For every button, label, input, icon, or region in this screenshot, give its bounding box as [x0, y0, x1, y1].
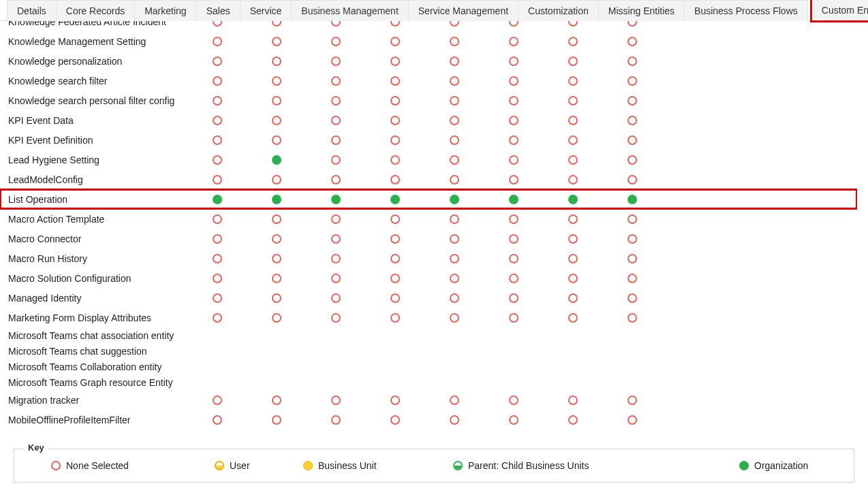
permission-none-icon[interactable]	[509, 254, 518, 263]
permission-none-icon[interactable]	[509, 274, 518, 283]
permission-cell[interactable]	[450, 395, 509, 405]
permission-cell[interactable]	[213, 56, 272, 66]
permission-cell[interactable]	[568, 195, 627, 204]
permission-cell[interactable]	[390, 56, 450, 66]
permission-cell[interactable]	[213, 135, 272, 145]
permission-none-icon[interactable]	[627, 415, 637, 425]
permission-none-icon[interactable]	[331, 76, 341, 86]
permission-cell[interactable]	[272, 234, 331, 244]
permission-cell[interactable]	[390, 155, 450, 165]
permission-filled-green-icon[interactable]	[627, 195, 637, 204]
permission-cell[interactable]	[450, 37, 509, 46]
permission-cell[interactable]	[568, 214, 627, 224]
permission-cell[interactable]	[331, 96, 390, 106]
permission-none-icon[interactable]	[390, 155, 400, 165]
permission-cell[interactable]	[213, 155, 272, 165]
permission-none-icon[interactable]	[509, 175, 518, 184]
permission-none-icon[interactable]	[331, 37, 341, 46]
permission-none-icon[interactable]	[272, 214, 281, 224]
permission-cell[interactable]	[390, 21, 450, 27]
permission-cell[interactable]	[390, 195, 450, 204]
permission-none-icon[interactable]	[568, 155, 578, 165]
permission-cell[interactable]	[627, 116, 687, 125]
permission-none-icon[interactable]	[509, 135, 518, 145]
permission-cell[interactable]	[450, 293, 509, 303]
permission-cell[interactable]	[627, 175, 687, 184]
permission-none-icon[interactable]	[450, 234, 459, 244]
permission-filled-green-icon[interactable]	[568, 195, 578, 204]
permission-none-icon[interactable]	[509, 56, 518, 66]
permission-none-icon[interactable]	[390, 313, 400, 323]
permission-none-icon[interactable]	[390, 293, 400, 303]
permission-cell[interactable]	[272, 415, 331, 425]
permission-none-icon[interactable]	[390, 415, 400, 425]
permission-none-icon[interactable]	[509, 37, 518, 46]
permission-cell[interactable]	[272, 195, 331, 204]
permission-cell[interactable]	[627, 21, 687, 27]
permission-cell[interactable]	[627, 195, 687, 204]
permission-none-icon[interactable]	[213, 76, 222, 86]
permission-none-icon[interactable]	[568, 214, 578, 224]
permission-none-icon[interactable]	[390, 274, 400, 283]
tab-business-management[interactable]: Business Management	[291, 0, 408, 21]
permission-cell[interactable]	[627, 293, 687, 303]
permission-none-icon[interactable]	[509, 293, 518, 303]
permission-cell[interactable]	[450, 274, 509, 283]
permission-cell[interactable]	[568, 37, 627, 46]
permission-none-icon[interactable]	[450, 116, 459, 125]
permission-none-icon[interactable]	[450, 175, 459, 184]
tab-customization[interactable]: Customization	[518, 0, 599, 21]
permission-cell[interactable]	[272, 21, 331, 27]
permission-none-icon[interactable]	[390, 395, 400, 405]
permission-cell[interactable]	[331, 155, 390, 165]
permission-cell[interactable]	[272, 175, 331, 184]
permission-none-icon[interactable]	[450, 56, 459, 66]
permission-cell[interactable]	[568, 21, 627, 27]
permission-none-icon[interactable]	[390, 56, 400, 66]
permission-cell[interactable]	[272, 395, 331, 405]
permission-cell[interactable]	[568, 313, 627, 323]
permission-none-icon[interactable]	[450, 155, 459, 165]
permission-cell[interactable]	[213, 313, 272, 323]
tab-core-records[interactable]: Core Records	[56, 0, 135, 21]
permission-cell[interactable]	[331, 293, 390, 303]
permission-cell[interactable]	[509, 234, 568, 244]
permission-cell[interactable]	[450, 155, 509, 165]
permission-filled-green-icon[interactable]	[390, 195, 400, 204]
permission-none-icon[interactable]	[272, 415, 281, 425]
permission-cell[interactable]	[509, 135, 568, 145]
permission-none-icon[interactable]	[509, 116, 518, 125]
permission-cell[interactable]	[627, 234, 687, 244]
permission-none-icon[interactable]	[450, 135, 459, 145]
permission-cell[interactable]	[568, 395, 627, 405]
permission-cell[interactable]	[272, 214, 331, 224]
permission-none-icon[interactable]	[272, 313, 281, 323]
permission-cell[interactable]	[272, 293, 331, 303]
permission-cell[interactable]	[331, 37, 390, 46]
permission-none-icon[interactable]	[568, 116, 578, 125]
permission-none-icon[interactable]	[627, 155, 637, 165]
permission-none-icon[interactable]	[568, 56, 578, 66]
permission-cell[interactable]	[450, 96, 509, 106]
permission-none-icon[interactable]	[331, 254, 341, 263]
permission-cell[interactable]	[272, 254, 331, 263]
permission-cell[interactable]	[331, 313, 390, 323]
permission-cell[interactable]	[272, 313, 331, 323]
permission-none-icon[interactable]	[390, 21, 400, 27]
permission-filled-green-icon[interactable]	[450, 195, 459, 204]
entity-permissions-grid[interactable]: Knowledge Federated Article IncidentKnow…	[0, 21, 857, 428]
permission-cell[interactable]	[509, 195, 568, 204]
permission-cell[interactable]	[627, 254, 687, 263]
permission-cell[interactable]	[331, 214, 390, 224]
permission-cell[interactable]	[272, 56, 331, 66]
tab-business-process-flows[interactable]: Business Process Flows	[684, 0, 808, 21]
permission-cell[interactable]	[627, 135, 687, 145]
permission-none-icon[interactable]	[568, 254, 578, 263]
permission-none-icon[interactable]	[213, 56, 222, 66]
permission-none-icon[interactable]	[627, 214, 637, 224]
permission-none-icon[interactable]	[272, 116, 281, 125]
permission-none-icon[interactable]	[568, 395, 578, 405]
permission-none-icon[interactable]	[272, 234, 281, 244]
tab-custom-entities[interactable]: Custom Entities	[812, 0, 868, 20]
permission-cell[interactable]	[331, 76, 390, 86]
